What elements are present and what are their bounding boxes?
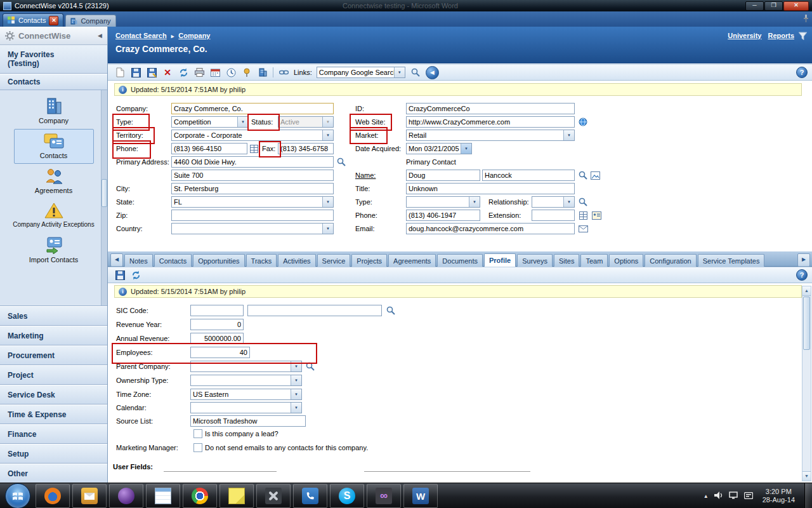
nav-item-company-activity-exceptions[interactable]: Company Activity Exceptions (1, 199, 107, 233)
first-name-input[interactable] (406, 170, 480, 181)
tab-contacts-detail[interactable]: Contacts (154, 254, 192, 267)
tab-service[interactable]: Service (317, 254, 351, 267)
parent-company-select[interactable]: ▼ (190, 361, 302, 372)
user-field-line-2[interactable] (364, 462, 530, 472)
email-input[interactable] (406, 223, 575, 234)
sidebar-item-favorites[interactable]: My Favorites (Testing) (0, 45, 107, 74)
lead-checkbox[interactable] (193, 429, 202, 438)
nav-item-company[interactable]: Company (14, 94, 94, 129)
tab-configuration[interactable]: Configuration (645, 254, 696, 267)
network-icon[interactable] (729, 491, 738, 500)
tab-agreements[interactable]: Agreements (388, 254, 436, 267)
save-close-icon[interactable] (146, 67, 157, 78)
address-line1-input[interactable] (171, 156, 334, 168)
show-desktop-button[interactable] (804, 483, 812, 508)
tab-surveys[interactable]: Surveys (517, 254, 553, 267)
market-select[interactable]: Retail▼ (406, 130, 575, 141)
contact-title-input[interactable] (406, 183, 575, 194)
input-indicator-icon[interactable] (744, 492, 753, 500)
help-icon[interactable]: ? (796, 67, 808, 78)
taskbar-word-button[interactable]: W (403, 484, 438, 508)
tab-sites[interactable]: Sites (554, 254, 579, 267)
contact-name-label[interactable]: Name: (355, 170, 376, 181)
tabs-scroll-left-icon[interactable]: ◀ (110, 253, 123, 267)
status-select[interactable]: Active▼ (278, 116, 334, 128)
taskbar-skype-button[interactable]: S (330, 484, 364, 508)
ownership-type-select[interactable]: ▼ (190, 375, 302, 386)
breadcrumb-company[interactable]: Company (178, 32, 210, 39)
relationship-search-icon[interactable] (578, 197, 588, 207)
date-acquired-picker[interactable]: Mon 03/21/2005▼ (406, 143, 472, 154)
taskbar-purple-app-button[interactable] (109, 484, 143, 508)
sidebar-item-other[interactable]: Other (0, 464, 107, 483)
state-select[interactable]: FL▼ (171, 196, 334, 208)
calendar-select[interactable]: ▼ (190, 402, 302, 413)
nav-item-agreements[interactable]: Agreements (14, 164, 94, 199)
parent-company-search-icon[interactable] (305, 361, 315, 371)
no-email-checkbox[interactable] (193, 443, 202, 452)
calendar-dropdown-icon[interactable]: ▼ (461, 144, 471, 154)
university-link[interactable]: University (728, 32, 761, 39)
scrollbar-thumb[interactable] (803, 297, 810, 350)
sidebar-section-contacts[interactable]: Contacts (0, 74, 107, 90)
revenue-year-input[interactable] (190, 319, 244, 330)
sic-search-icon[interactable] (386, 305, 396, 316)
minimize-button[interactable]: ─ (745, 1, 764, 11)
scroll-up-icon[interactable]: ▲ (802, 286, 811, 296)
sidebar-item-project[interactable]: Project (0, 365, 107, 385)
phone-grid-icon[interactable] (249, 144, 259, 154)
taskbar-dialer-button[interactable] (293, 484, 327, 508)
chevron-down-icon[interactable]: ▼ (291, 389, 301, 399)
taskbar-admin-tools-button[interactable] (256, 484, 291, 508)
chevron-down-icon[interactable]: ▼ (563, 130, 574, 140)
taskbar-clock[interactable]: 3:20 PM 28-Aug-14 (759, 488, 799, 504)
sic-description-input[interactable] (247, 305, 382, 316)
chevron-down-icon[interactable]: ▼ (394, 67, 405, 77)
phone-grid-icon[interactable] (578, 210, 588, 220)
website-input[interactable] (406, 116, 575, 128)
type-select[interactable]: Competition▼ (171, 116, 249, 128)
chevron-down-icon[interactable]: ▼ (469, 197, 480, 207)
sidebar-scrollbar-thumb[interactable] (102, 179, 107, 207)
sidebar-item-finance[interactable]: Finance (0, 424, 107, 444)
breadcrumb-contact-search[interactable]: Contact Search (115, 32, 167, 39)
tab-contacts[interactable]: Contacts ✕ (3, 13, 63, 27)
address-line2-input[interactable] (171, 170, 334, 181)
tab-documents[interactable]: Documents (437, 254, 483, 267)
taskbar-notepad-button[interactable] (146, 484, 180, 508)
chevron-down-icon[interactable]: ▼ (291, 361, 301, 371)
nav-item-import-contacts[interactable]: Import Contacts (14, 233, 94, 268)
collapse-sidebar-icon[interactable]: ◀ (98, 32, 102, 39)
nav-item-contacts[interactable]: Contacts (14, 129, 94, 164)
scroll-down-icon[interactable]: ▼ (802, 471, 811, 481)
sidebar-item-service-desk[interactable]: Service Desk (0, 385, 107, 404)
tab-activities[interactable]: Activities (278, 254, 315, 267)
chevron-down-icon[interactable]: ▼ (563, 197, 574, 207)
save-icon[interactable] (130, 67, 141, 78)
id-input[interactable] (406, 103, 575, 114)
source-list-input[interactable] (190, 415, 306, 427)
chevron-down-icon[interactable]: ▼ (237, 117, 248, 127)
employees-input[interactable] (190, 347, 250, 358)
chevron-down-icon[interactable]: ▼ (322, 197, 333, 207)
links-select[interactable]: Company Google Search ▼ (317, 67, 405, 78)
last-name-input[interactable] (482, 170, 575, 181)
search-icon[interactable] (410, 67, 421, 78)
country-select[interactable]: ▼ (171, 223, 334, 234)
print-icon[interactable] (193, 67, 205, 78)
volume-icon[interactable] (714, 491, 723, 500)
refresh-icon[interactable] (178, 67, 189, 78)
chevron-down-icon[interactable]: ▼ (291, 375, 301, 385)
tab-options[interactable]: Options (609, 254, 643, 267)
tab-company[interactable]: Company (65, 15, 115, 27)
pushpin-icon[interactable] (802, 14, 809, 24)
sidebar-scrollbar[interactable] (101, 90, 107, 305)
contact-phone-input[interactable] (406, 210, 480, 221)
taskbar-sticky-notes-button[interactable] (219, 484, 254, 508)
zip-input[interactable] (171, 210, 334, 221)
tab-service-templates[interactable]: Service Templates (698, 254, 765, 267)
user-field-line-1[interactable] (164, 462, 277, 472)
tray-expand-icon[interactable]: ▲ (704, 493, 709, 499)
company-icon[interactable] (257, 67, 268, 78)
reports-link[interactable]: Reports (768, 32, 794, 39)
